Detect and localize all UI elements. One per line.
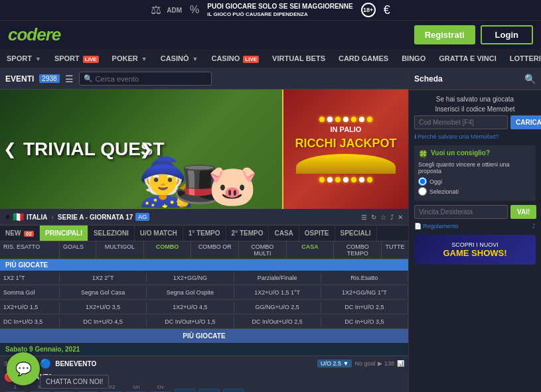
scheda-msg1: Se hai salvato una giocata	[414, 96, 536, 103]
euro-icon: €	[384, 3, 390, 17]
logo: codere	[8, 25, 60, 45]
scheda-search-icon[interactable]: 🔍	[524, 74, 536, 84]
bet-cell-1x2: 1X2 1°T	[0, 273, 60, 283]
consiglio-text: Scegli quanto vincere e ottieni una prop…	[418, 161, 532, 174]
tab-uo-match[interactable]: U/O MATCH	[135, 226, 183, 241]
col-goals: GOALS	[60, 241, 96, 259]
close-filter-icon[interactable]: ✕	[398, 214, 403, 221]
main-layout: EVENTI 2938 ☰ 🔍 ❮ TRIVIAL QUEST 🧙 🎩 🐷	[0, 68, 541, 392]
jackpot-text: IN PALIO	[331, 125, 362, 133]
filter-badge: AG	[135, 213, 149, 221]
consiglio-title: Vuoi un consiglio?	[431, 149, 490, 157]
col-multigol: MULTIGOL	[96, 241, 144, 259]
lights-bottom	[319, 177, 372, 182]
tab-ospite[interactable]: OSPITE	[299, 226, 335, 241]
share-scheda-icon[interactable]: ⤴	[532, 223, 536, 229]
age-badge: 18+	[361, 3, 376, 17]
nav-casino[interactable]: CASINÒ ▼	[154, 49, 205, 68]
bet-row-3: 1X2+U/O 1,5 1X2+U/O 3,5 1X2+U/O 4,5 GG/N…	[0, 300, 408, 314]
nav-lotterie[interactable]: LOTTERIE ▼	[503, 49, 541, 68]
tab-principali[interactable]: PRINCIPALI	[40, 226, 88, 241]
info-icon: ℹ	[414, 133, 416, 140]
col-combo-or: COMBO OR	[191, 241, 239, 259]
team-benevento: BENEVENTO	[55, 360, 108, 367]
right-panel: Scheda 🔍 Se hai salvato una giocata Inse…	[408, 68, 541, 392]
regolamento-link[interactable]: 📄 Regolamento ⤴	[414, 223, 536, 229]
nav-sport[interactable]: SPORT ▼	[0, 49, 48, 68]
settings-icon[interactable]: ⚙	[5, 214, 10, 220]
banner-main: ❮ TRIVIAL QUEST 🧙 🎩 🐷 ❯	[0, 90, 282, 209]
memobet-input[interactable]	[414, 115, 508, 129]
odd-1-extra1[interactable]: 1.52	[175, 389, 196, 393]
nav-casino-live[interactable]: CASINO LIVE	[204, 49, 266, 68]
uo-dropdown-1[interactable]: U/O 2.5 ▼	[317, 359, 352, 367]
bet-cell-casa: Segna Gol Casa	[60, 287, 147, 298]
perche-link[interactable]: ℹ Perché salvare una Memobet?	[414, 133, 536, 140]
lights-top	[319, 117, 372, 122]
vincita-input[interactable]	[414, 205, 508, 219]
tab-new[interactable]: NEW 02	[0, 226, 40, 241]
scheda-msg2: Inserisci il codice Memobet	[414, 105, 536, 113]
odd-1-extra3[interactable]: 2.15	[223, 389, 244, 393]
bet-cell-somma: Somma Gol	[0, 287, 60, 298]
chart-icon-1[interactable]: 📊	[397, 360, 404, 367]
chat-bubble[interactable]: 💬	[7, 352, 40, 385]
percent-icon: %	[190, 4, 199, 16]
piu-giocate-button[interactable]: PIÙ GIOCATE	[0, 329, 408, 343]
adm-icon: ⚖	[151, 3, 161, 17]
tab-selezioni[interactable]: SELEZIONI	[88, 226, 135, 241]
hamburger-icon[interactable]: ☰	[65, 74, 74, 84]
chat-icon: 💬	[15, 361, 32, 377]
eventi-count: 2938	[39, 74, 59, 83]
tab-2tempo[interactable]: 2° TEMPO	[226, 226, 270, 241]
header-buttons: Registrati Login	[414, 25, 533, 44]
nav-bingo[interactable]: BINGO	[395, 49, 432, 68]
star-icon[interactable]: ☆	[380, 214, 386, 221]
nav: SPORT ▼ SPORT LIVE POKER ▼ CASINÒ ▼ CASI…	[0, 49, 541, 68]
refresh-icon[interactable]: ↻	[371, 214, 376, 221]
filter-icons: ☰ ↻ ☆ ⤴ ✕	[361, 214, 403, 221]
col-combo-tempo: COMBO TEMPO	[334, 241, 382, 259]
carica-button[interactable]: CARICA	[510, 115, 541, 129]
col-ris-esatto: RIS. ESATTO	[0, 241, 60, 259]
vai-button[interactable]: VAI!	[510, 205, 536, 219]
search-box: 🔍	[79, 72, 212, 86]
filter-bar: ⚙ 🇮🇹 ITALIA › SERIE A - GIORNATA 17 AG ☰…	[0, 209, 408, 226]
jackpot-bg: IN PALIO RICCHI JACKPOT	[283, 90, 408, 209]
eventi-label: EVENTI	[5, 74, 34, 84]
registrati-button[interactable]: Registrati	[414, 25, 475, 44]
tab-1tempo[interactable]: 1° TEMPO	[183, 226, 226, 241]
share-icon[interactable]: ⤴	[390, 214, 394, 221]
search-icon: 🔍	[84, 74, 93, 83]
nav-virtual[interactable]: VIRTUAL BETS	[266, 49, 332, 68]
bet-row-2: Somma Gol Segna Gol Casa Segna Gol Ospit…	[0, 285, 408, 300]
nav-card-games[interactable]: CARD GAMES	[332, 49, 395, 68]
list-icon[interactable]: ☰	[361, 214, 367, 221]
nav-poker[interactable]: POKER ▼	[106, 49, 154, 68]
radio-oggi-input[interactable]	[418, 177, 427, 186]
tab-casa[interactable]: CASA	[269, 226, 299, 241]
radio-selezionati-input[interactable]	[418, 187, 427, 196]
top-bar: ⚖ ADM % PUOI GIOCARE SOLO SE SEI MAGGIOR…	[0, 0, 541, 21]
nav-gratta[interactable]: GRATTA E VINCI	[432, 49, 503, 68]
bet-cell-dc-uo35: DC In+U/O 3,5	[0, 316, 60, 327]
banner-container: ❮ TRIVIAL QUEST 🧙 🎩 🐷 ❯	[0, 90, 408, 209]
odd-1-extra2[interactable]: 1.59	[198, 389, 220, 393]
login-button[interactable]: Login	[481, 25, 533, 44]
banner-prev-button[interactable]: ❮	[3, 140, 17, 159]
no-goal-1: No goal	[354, 360, 375, 367]
top-bar-icons: ⚖ ADM	[151, 3, 182, 17]
game-shows-banner[interactable]: SCOPRI I NUOVI GAME SHOWS!	[414, 235, 536, 265]
radio-selezionati: Selezionati	[418, 187, 532, 196]
tabs-row: NEW 02 PRINCIPALI SELEZIONI U/O MATCH 1°…	[0, 226, 408, 241]
bet-cell-1x2-gg2: 1X2+GG/NG 1°T	[321, 287, 408, 298]
col-tutte: TUTTE	[382, 241, 408, 259]
col-combo: COMBO	[144, 241, 192, 259]
filter-league: SERIE A - GIORNATA 17	[58, 214, 133, 221]
search-input[interactable]	[96, 75, 207, 83]
tab-speciali[interactable]: SPECIALI	[335, 226, 377, 241]
nav-sport-live[interactable]: SPORT LIVE	[48, 49, 106, 68]
vincita-row: VAI!	[414, 205, 536, 219]
banner-next-button[interactable]: ❯	[139, 140, 153, 159]
col-combo-multi: COMBO MULTI	[239, 241, 287, 259]
